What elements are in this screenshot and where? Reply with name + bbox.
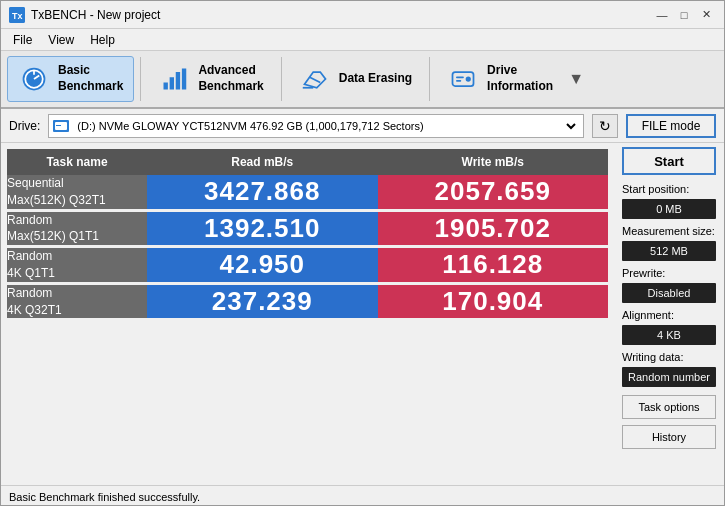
- drive-select-container[interactable]: (D:) NVMe GLOWAY YCT512NVM 476.92 GB (1,…: [48, 114, 584, 138]
- task-options-button[interactable]: Task options: [622, 395, 716, 419]
- toolbar-basic-benchmark[interactable]: BasicBenchmark: [7, 56, 134, 102]
- prewrite-label: Prewrite:: [622, 267, 716, 279]
- title-left: Tx TxBENCH - New project: [9, 7, 160, 23]
- data-erasing-label: Data Erasing: [339, 71, 412, 87]
- close-button[interactable]: ✕: [696, 6, 716, 24]
- menu-help[interactable]: Help: [82, 31, 123, 49]
- drive-dropdown[interactable]: (D:) NVMe GLOWAY YCT512NVM 476.92 GB (1,…: [73, 115, 579, 137]
- svg-rect-9: [182, 69, 186, 90]
- row-write-value: 2057.659: [378, 175, 609, 210]
- alignment-label: Alignment:: [622, 309, 716, 321]
- basic-benchmark-icon: [18, 63, 50, 95]
- menu-view[interactable]: View: [40, 31, 82, 49]
- toolbar-sep-1: [140, 57, 141, 101]
- row-write-value: 1905.702: [378, 210, 609, 247]
- row-read-value: 3427.868: [147, 175, 378, 210]
- row-read-value: 237.239: [147, 283, 378, 320]
- prewrite-value: Disabled: [622, 283, 716, 303]
- file-mode-button[interactable]: FILE mode: [626, 114, 716, 138]
- table-row: RandomMax(512K) Q1T11392.5101905.702: [7, 210, 608, 247]
- row-label: Random4K Q1T1: [7, 247, 147, 284]
- measurement-size-value: 512 MB: [622, 241, 716, 261]
- toolbar-drive-information[interactable]: DriveInformation: [436, 56, 564, 102]
- toolbar-data-erasing[interactable]: Data Erasing: [288, 56, 423, 102]
- table-area: Task name Read mB/s Write mB/s Sequentia…: [1, 143, 614, 485]
- toolbar-sep-2: [281, 57, 282, 101]
- svg-rect-15: [456, 80, 461, 82]
- measurement-size-label: Measurement size:: [622, 225, 716, 237]
- title-bar: Tx TxBENCH - New project — □ ✕: [1, 1, 724, 29]
- drive-information-icon: [447, 63, 479, 95]
- row-write-value: 170.904: [378, 283, 609, 320]
- svg-line-10: [310, 77, 321, 82]
- row-read-value: 1392.510: [147, 210, 378, 247]
- start-position-label: Start position:: [622, 183, 716, 195]
- title-controls: — □ ✕: [652, 6, 716, 24]
- svg-rect-8: [176, 72, 180, 90]
- svg-rect-7: [170, 77, 174, 89]
- status-bar: Basic Benchmark finished successfully.: [1, 485, 724, 506]
- table-row: SequentialMax(512K) Q32T13427.8682057.65…: [7, 175, 608, 210]
- right-panel: Start Start position: 0 MB Measurement s…: [614, 143, 724, 485]
- table-row: Random4K Q1T142.950116.128: [7, 247, 608, 284]
- col-header-write: Write mB/s: [378, 149, 609, 175]
- menu-bar: File View Help: [1, 29, 724, 51]
- start-button[interactable]: Start: [622, 147, 716, 175]
- maximize-button[interactable]: □: [674, 6, 694, 24]
- svg-rect-18: [56, 125, 61, 126]
- drive-bar: Drive: (D:) NVMe GLOWAY YCT512NVM 476.92…: [1, 109, 724, 143]
- start-position-value: 0 MB: [622, 199, 716, 219]
- window-title: TxBENCH - New project: [31, 8, 160, 22]
- writing-data-value: Random number: [622, 367, 716, 387]
- advanced-benchmark-icon: [158, 63, 190, 95]
- history-button[interactable]: History: [622, 425, 716, 449]
- benchmark-table: Task name Read mB/s Write mB/s Sequentia…: [7, 149, 608, 321]
- toolbar: BasicBenchmark AdvancedBenchmark Data Er…: [1, 51, 724, 109]
- col-header-read: Read mB/s: [147, 149, 378, 175]
- main-content: Task name Read mB/s Write mB/s Sequentia…: [1, 143, 724, 485]
- svg-text:Tx: Tx: [12, 11, 23, 21]
- toolbar-advanced-benchmark[interactable]: AdvancedBenchmark: [147, 56, 274, 102]
- alignment-value: 4 KB: [622, 325, 716, 345]
- minimize-button[interactable]: —: [652, 6, 672, 24]
- data-erasing-icon: [299, 63, 331, 95]
- row-label: SequentialMax(512K) Q32T1: [7, 175, 147, 210]
- drive-refresh-button[interactable]: ↻: [592, 114, 618, 138]
- svg-point-13: [466, 76, 471, 81]
- advanced-benchmark-label: AdvancedBenchmark: [198, 63, 263, 94]
- row-read-value: 42.950: [147, 247, 378, 284]
- row-label: Random4K Q32T1: [7, 283, 147, 320]
- toolbar-sep-3: [429, 57, 430, 101]
- svg-rect-6: [164, 83, 168, 90]
- drive-information-label: DriveInformation: [487, 63, 553, 94]
- benchmark-tbody: SequentialMax(512K) Q32T13427.8682057.65…: [7, 175, 608, 320]
- writing-data-label: Writing data:: [622, 351, 716, 363]
- svg-rect-14: [456, 76, 464, 78]
- basic-benchmark-label: BasicBenchmark: [58, 63, 123, 94]
- drive-label: Drive:: [9, 119, 40, 133]
- col-header-task: Task name: [7, 149, 147, 175]
- menu-file[interactable]: File: [5, 31, 40, 49]
- table-row: Random4K Q32T1237.239170.904: [7, 283, 608, 320]
- status-text: Basic Benchmark finished successfully.: [9, 491, 200, 503]
- toolbar-more-button[interactable]: ▼: [566, 57, 586, 101]
- row-label: RandomMax(512K) Q1T1: [7, 210, 147, 247]
- app-icon: Tx: [9, 7, 25, 23]
- row-write-value: 116.128: [378, 247, 609, 284]
